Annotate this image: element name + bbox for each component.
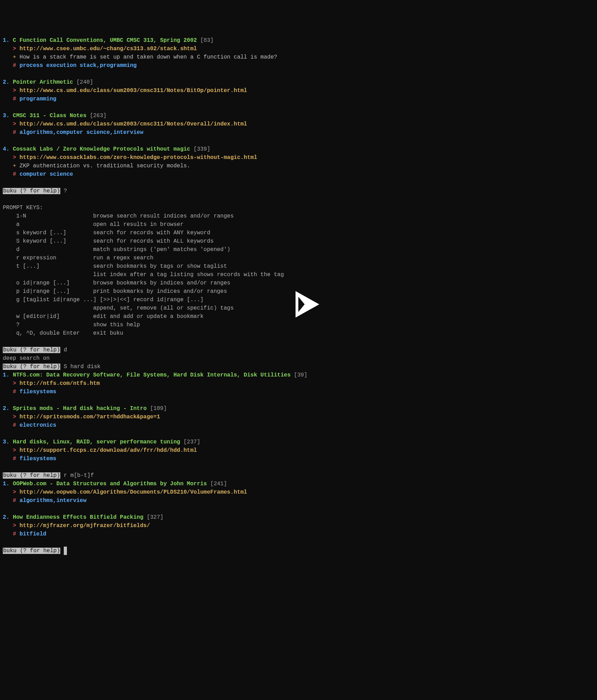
prompt-line-4[interactable]: buku (? for help) r m[b-t]f	[3, 471, 594, 480]
result-a-3-desc-line: + ZKP authentication vs. traditional sec…	[3, 162, 594, 170]
result-b-2-tags-line: # filesystems	[3, 455, 594, 463]
prompt-input[interactable]: r m[b-t]f	[64, 472, 94, 479]
result-c-1-tags-line: # bitfield	[3, 530, 594, 538]
result-b-2-url-line: > http://support.fccps.cz/download/adv/f…	[3, 446, 594, 455]
tag-marker: #	[13, 171, 16, 177]
result-a-0-desc-line: + How is a stack frame is set up and tak…	[3, 53, 594, 61]
tag-marker: #	[13, 531, 16, 537]
tag-marker: #	[13, 62, 16, 69]
blank	[3, 178, 594, 187]
result-a-2-url-line: > http://www.cs.umd.edu/class/sum2003/cm…	[3, 120, 594, 128]
result-tags: bitfield	[20, 531, 46, 537]
result-number: 3.	[3, 113, 9, 119]
result-index: [83]	[200, 37, 214, 44]
result-desc: ZKP authentication vs. traditional secur…	[20, 163, 190, 169]
prompt-line-2[interactable]: buku (? for help) d	[3, 346, 594, 354]
result-tags: algorithms,computer science,interview	[20, 129, 143, 136]
prompt-label: buku (? for help)	[3, 347, 60, 353]
prompt-label: buku (? for help)	[3, 364, 60, 370]
result-index: [39]	[294, 372, 307, 378]
result-index: [240]	[76, 79, 93, 85]
cursor-icon	[64, 547, 67, 555]
result-b-0-tags-line: # filesystems	[3, 388, 594, 396]
result-c-1-url-line: > http://mjfrazer.org/mjfrazer/bitfields…	[3, 522, 594, 530]
url-marker: >	[13, 121, 16, 127]
result-index: [263]	[90, 113, 107, 119]
result-title: Sprites mods - Hard disk hacking - Intro	[13, 405, 147, 412]
prompt-input[interactable]: ?	[64, 188, 67, 194]
prompt-line-3[interactable]: buku (? for help) S hard disk	[3, 363, 594, 371]
result-b-2-title-line: 3. Hard disks, Linux, RAID, server perfo…	[3, 438, 594, 446]
result-a-3-tags-line: # computer science	[3, 170, 594, 178]
result-url[interactable]: http://mjfrazer.org/mjfrazer/bitfields/	[20, 523, 150, 529]
tag-marker: #	[13, 389, 16, 395]
prompt-label: buku (? for help)	[3, 188, 60, 194]
result-tags: programming	[20, 96, 56, 102]
result-url[interactable]: http://www.cs.umd.edu/class/sum2003/cmsc…	[20, 121, 247, 127]
url-marker: >	[13, 380, 16, 387]
blank	[3, 70, 594, 78]
help-line-5: r expression run a regex search	[3, 254, 594, 262]
result-title: OOPWeb.com - Data Structures and Algorit…	[13, 481, 207, 487]
result-tags: process execution stack,programming	[20, 62, 137, 69]
blank	[3, 429, 594, 438]
result-b-1-url-line: > http://spritesmods.com/?art=hddhack&pa…	[3, 413, 594, 421]
prompt-line-5[interactable]: buku (? for help)	[3, 547, 594, 555]
result-c-0-title-line: 1. OOPWeb.com - Data Structures and Algo…	[3, 480, 594, 488]
prompt-line-1[interactable]: buku (? for help) ?	[3, 187, 594, 195]
result-url[interactable]: http://spritesmods.com/?art=hddhack&page…	[20, 414, 160, 420]
result-number: 1.	[3, 372, 9, 378]
result-index: [241]	[210, 481, 227, 487]
result-url[interactable]: http://www.cs.umd.edu/class/sum2003/cmsc…	[20, 88, 247, 94]
result-url[interactable]: http://www.csee.umbc.edu/~chang/cs313.s0…	[20, 46, 197, 52]
result-url[interactable]: http://www.oopweb.com/Algorithms/Documen…	[20, 489, 247, 495]
result-number: 3.	[3, 439, 9, 445]
result-url[interactable]: http://ntfs.com/ntfs.htm	[20, 380, 100, 387]
blank	[3, 103, 594, 112]
desc-marker: +	[13, 54, 16, 60]
result-index: [109]	[150, 405, 167, 412]
result-b-0-title-line: 1. NTFS.com: Data Recovery Software, Fil…	[3, 371, 594, 379]
prompt-input[interactable]: d	[64, 347, 67, 353]
help-line-4: d match substrings ('pen' matches 'opene…	[3, 245, 594, 254]
result-c-0-url-line: > http://www.oopweb.com/Algorithms/Docum…	[3, 488, 594, 496]
url-marker: >	[13, 46, 16, 52]
result-url[interactable]: https://www.cossacklabs.com/zero-knowled…	[20, 154, 257, 161]
help-line-2: s keyword [...] search for records with …	[3, 229, 594, 237]
tag-marker: #	[13, 456, 16, 462]
result-number: 2.	[3, 514, 9, 520]
result-number: 4.	[3, 146, 9, 152]
blank	[3, 195, 594, 204]
help-header: PROMPT KEYS:	[3, 204, 594, 212]
result-a-1-title-line: 2. Pointer Arithmetic [240]	[3, 78, 594, 86]
url-marker: >	[13, 88, 16, 94]
help-line-1: a open all results in browser	[3, 220, 594, 229]
prompt-input[interactable]: S hard disk	[64, 364, 101, 370]
url-marker: >	[13, 489, 16, 495]
play-button-overlay[interactable]	[281, 279, 316, 313]
result-a-0-title-line: 1. C Function Call Conventions, UMBC CMS…	[3, 36, 594, 45]
result-number: 2.	[3, 405, 9, 412]
result-tags: filesystems	[20, 389, 56, 395]
result-b-1-title-line: 2. Sprites mods - Hard disk hacking - In…	[3, 404, 594, 413]
url-marker: >	[13, 523, 16, 529]
blank	[3, 538, 594, 547]
result-a-0-url-line: > http://www.csee.umbc.edu/~chang/cs313.…	[3, 45, 594, 53]
prompt-label: buku (? for help)	[3, 472, 60, 479]
result-a-2-title-line: 3. CMSC 311 - Class Notes [263]	[3, 112, 594, 120]
url-marker: >	[13, 414, 16, 420]
result-a-0-tags-line: # process execution stack,programming	[3, 61, 594, 70]
result-url[interactable]: http://support.fccps.cz/download/adv/frr…	[20, 447, 197, 454]
result-title: NTFS.com: Data Recovery Software, File S…	[13, 372, 291, 378]
blank	[3, 463, 594, 471]
url-marker: >	[13, 447, 16, 454]
result-title: Cossack Labs / Zero Knowledge Protocols …	[13, 146, 190, 152]
help-line-0: 1-N browse search result indices and/or …	[3, 212, 594, 220]
result-title: Hard disks, Linux, RAID, server performa…	[13, 439, 180, 445]
tag-marker: #	[13, 422, 16, 428]
result-tags: computer science	[20, 171, 73, 177]
help-line-6: t [...] search bookmarks by tags or show…	[3, 262, 594, 271]
desc-marker: +	[13, 163, 16, 169]
result-b-1-tags-line: # electronics	[3, 421, 594, 429]
result-tags: electronics	[20, 422, 56, 428]
